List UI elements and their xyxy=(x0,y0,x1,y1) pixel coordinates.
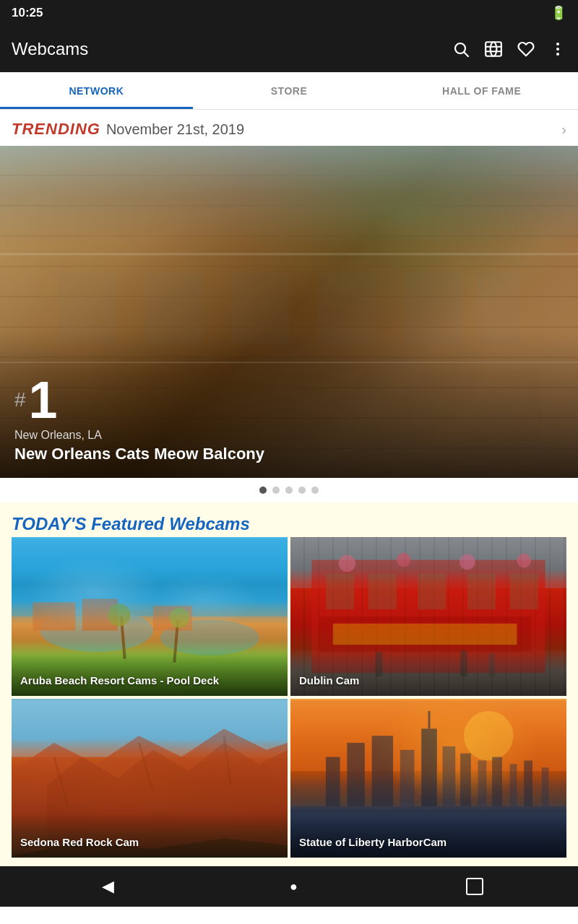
battery-icon: 🔋 xyxy=(551,5,566,21)
svg-point-6 xyxy=(556,43,559,45)
tab-store[interactable]: STORE xyxy=(193,72,386,109)
app-title: Webcams xyxy=(12,39,88,59)
dot-4[interactable] xyxy=(298,487,306,494)
svg-point-40 xyxy=(460,554,475,570)
nav-bar: ◀ ● xyxy=(0,866,578,907)
svg-rect-62 xyxy=(478,761,487,807)
hero-overlay: # 1 New Orleans, LA New Orleans Cats Meo… xyxy=(0,331,578,478)
dublin-overlay: Dublin Cam xyxy=(290,653,566,696)
status-bar: 10:25 🔋 xyxy=(0,0,578,26)
svg-point-53 xyxy=(464,711,514,761)
svg-rect-59 xyxy=(421,728,437,806)
webcam-card-liberty[interactable]: Statue of Liberty HarborCam xyxy=(290,699,566,858)
svg-rect-57 xyxy=(372,736,393,806)
rank-number: 1 xyxy=(29,374,58,426)
hero-rank: # 1 xyxy=(14,374,564,426)
trending-date: November 21st, 2019 xyxy=(106,121,244,138)
status-icons: 🔋 xyxy=(551,5,566,21)
liberty-overlay: Statue of Liberty HarborCam xyxy=(290,814,566,858)
aruba-overlay: Aruba Beach Resort Cams - Pool Deck xyxy=(12,653,288,696)
svg-point-28 xyxy=(169,608,189,627)
hero-title: New Orleans Cats Meow Balcony xyxy=(14,445,564,463)
webcam-grid: Aruba Beach Resort Cams - Pool Deck xyxy=(12,537,566,858)
webcam-card-sedona[interactable]: Sedona Red Rock Cam xyxy=(12,699,288,858)
dot-1[interactable] xyxy=(259,487,267,494)
app-bar: Webcams xyxy=(0,26,578,72)
dot-5[interactable] xyxy=(311,487,319,494)
sedona-overlay: Sedona Red Rock Cam xyxy=(12,814,288,858)
search-icon[interactable] xyxy=(452,40,470,58)
more-icon[interactable] xyxy=(549,40,566,58)
svg-point-26 xyxy=(108,603,130,626)
liberty-label: Statue of Liberty HarborCam xyxy=(299,836,447,848)
svg-rect-35 xyxy=(510,574,538,609)
svg-rect-37 xyxy=(333,624,517,645)
tabs-bar: NETWORK STORE HALL OF FAME xyxy=(0,72,578,110)
hero-slideshow[interactable]: # 1 New Orleans, LA New Orleans Cats Meo… xyxy=(0,146,578,478)
hero-location: New Orleans, LA xyxy=(14,429,564,442)
trending-header: TRENDING November 21st, 2019 › xyxy=(0,110,578,146)
slideshow-dots xyxy=(0,478,578,502)
svg-rect-58 xyxy=(400,750,415,806)
featured-section: TODAY'S Featured Webcams xyxy=(0,502,578,866)
svg-rect-56 xyxy=(347,743,364,806)
svg-point-38 xyxy=(339,555,356,572)
trending-label: TRENDING xyxy=(12,120,100,139)
svg-point-8 xyxy=(556,53,559,56)
svg-rect-31 xyxy=(326,574,354,609)
svg-point-41 xyxy=(517,554,531,568)
featured-title: TODAY'S Featured Webcams xyxy=(12,514,566,534)
heart-icon[interactable] xyxy=(517,40,535,58)
svg-point-5 xyxy=(491,42,497,56)
nav-home-button[interactable]: ● xyxy=(282,872,305,902)
tab-network[interactable]: NETWORK xyxy=(0,72,193,109)
svg-rect-60 xyxy=(443,746,456,806)
chevron-right-icon: › xyxy=(561,121,566,138)
svg-point-39 xyxy=(397,553,411,567)
rank-hash: # xyxy=(14,390,26,410)
svg-rect-34 xyxy=(467,574,496,609)
webcam-card-aruba[interactable]: Aruba Beach Resort Cams - Pool Deck xyxy=(12,537,288,696)
svg-rect-55 xyxy=(326,757,340,807)
dublin-label: Dublin Cam xyxy=(299,674,359,687)
svg-rect-65 xyxy=(524,761,532,807)
svg-rect-32 xyxy=(368,574,397,609)
nav-back-button[interactable]: ◀ xyxy=(95,870,121,903)
svg-point-7 xyxy=(556,48,559,51)
globe-icon[interactable] xyxy=(484,40,503,58)
svg-rect-2 xyxy=(486,42,501,56)
svg-rect-66 xyxy=(542,767,549,806)
nav-recents-button[interactable] xyxy=(466,878,483,895)
webcam-card-dublin[interactable]: Dublin Cam xyxy=(290,537,566,696)
sedona-label: Sedona Red Rock Cam xyxy=(20,836,139,848)
svg-rect-22 xyxy=(33,602,75,630)
svg-line-1 xyxy=(465,53,469,57)
aruba-label: Aruba Beach Resort Cams - Pool Deck xyxy=(20,674,219,687)
svg-rect-61 xyxy=(460,754,471,806)
svg-rect-33 xyxy=(418,574,446,609)
dot-3[interactable] xyxy=(285,487,293,494)
status-time: 10:25 xyxy=(12,6,43,20)
svg-rect-63 xyxy=(492,757,502,807)
app-bar-actions xyxy=(452,40,566,58)
tab-hall-of-fame[interactable]: HALL OF FAME xyxy=(385,72,578,109)
dot-2[interactable] xyxy=(272,487,280,494)
svg-rect-64 xyxy=(510,764,517,806)
